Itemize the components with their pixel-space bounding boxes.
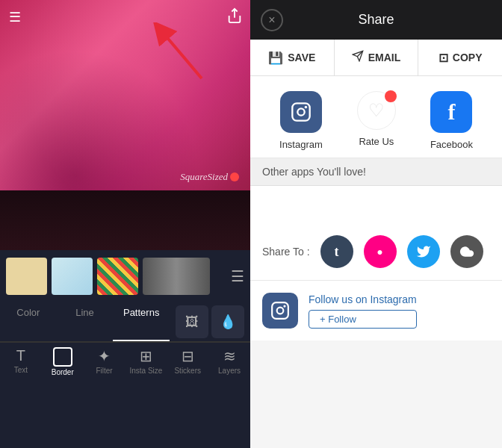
share-panel: × Share 💾 SAVE EMAIL ⊡ COPY xyxy=(250,0,502,448)
follow-button[interactable]: + Follow xyxy=(309,310,417,329)
nav-instasize-label: Insta Size xyxy=(129,367,162,375)
instagram-app[interactable]: Instagram xyxy=(279,91,323,150)
arrow-annotation xyxy=(153,22,220,90)
svg-point-7 xyxy=(305,106,308,109)
texture-cream[interactable] xyxy=(6,258,47,295)
left-panel: SquareSized ☰ xyxy=(0,0,250,448)
stickers-icon: ⊟ xyxy=(182,347,194,365)
save-icon: 💾 xyxy=(268,51,283,65)
rateus-label: Rate Us xyxy=(359,136,394,147)
share-top-button[interactable] xyxy=(226,7,243,28)
category-tabs: Color Line Patterns 🖼 💧 xyxy=(0,302,250,342)
watermark: SquareSized xyxy=(180,171,239,183)
nav-border[interactable]: Border xyxy=(42,347,84,376)
follow-text-block: Follow us on Instagram + Follow xyxy=(309,293,417,329)
watermark-badge xyxy=(230,172,239,181)
share-actions-row: 💾 SAVE EMAIL ⊡ COPY xyxy=(250,40,502,76)
nav-instasize[interactable]: ⊞ Insta Size xyxy=(125,347,167,376)
facebook-label: Facebook xyxy=(430,139,473,150)
text-icon: T xyxy=(16,347,25,364)
nav-border-label: Border xyxy=(52,368,74,376)
save-button[interactable]: 💾 SAVE xyxy=(250,40,335,75)
texture-menu-button[interactable]: ☰ xyxy=(231,267,244,285)
copy-icon: ⊡ xyxy=(439,51,448,65)
svg-rect-8 xyxy=(272,302,288,319)
close-button[interactable]: × xyxy=(261,9,283,31)
nav-layers-label: Layers xyxy=(218,367,241,375)
share-title: Share xyxy=(358,12,394,28)
spacer xyxy=(250,186,502,223)
editing-panel: ☰ Color Line Patterns 🖼 💧 T Text Border xyxy=(0,250,250,448)
share-to-row: Share To : t ● xyxy=(250,223,502,281)
texture-diagonal[interactable] xyxy=(97,258,138,295)
svg-rect-5 xyxy=(292,103,309,120)
layers-icon: ≋ xyxy=(223,347,236,365)
instagram-icon xyxy=(280,91,322,133)
tumblr-button[interactable]: t xyxy=(320,235,353,268)
share-apps-row: Instagram ♡ Rate Us f Facebook xyxy=(250,76,502,158)
nav-text-label: Text xyxy=(14,366,28,374)
rateus-app[interactable]: ♡ Rate Us xyxy=(357,91,396,150)
instasize-icon: ⊞ xyxy=(140,347,152,365)
border-icon xyxy=(53,347,72,367)
instagram-label: Instagram xyxy=(279,139,323,150)
facebook-app[interactable]: f Facebook xyxy=(430,91,473,150)
tab-patterns[interactable]: Patterns xyxy=(113,302,170,341)
cloud-button[interactable] xyxy=(450,235,483,268)
facebook-icon: f xyxy=(430,91,472,133)
follow-section: Follow us on Instagram + Follow xyxy=(250,281,502,340)
share-to-label: Share To : xyxy=(262,246,310,258)
filter-icon: ✦ xyxy=(98,347,111,365)
tab-color[interactable]: Color xyxy=(0,302,57,341)
email-icon xyxy=(352,50,364,65)
svg-point-6 xyxy=(297,108,304,115)
nav-filter[interactable]: ✦ Filter xyxy=(84,347,126,376)
copy-button[interactable]: ⊡ COPY xyxy=(418,40,502,75)
bottom-navigation: T Text Border ✦ Filter ⊞ Insta Size ⊟ St… xyxy=(0,342,250,381)
flickr-button[interactable]: ● xyxy=(364,235,397,268)
tab-line[interactable]: Line xyxy=(57,302,114,341)
nav-filter-label: Filter xyxy=(96,367,112,375)
follow-instagram-icon xyxy=(262,293,298,329)
nav-stickers-label: Stickers xyxy=(174,367,201,375)
nav-stickers[interactable]: ⊟ Stickers xyxy=(167,347,208,376)
share-header: × Share xyxy=(250,0,502,40)
water-icon-btn[interactable]: 💧 xyxy=(211,305,244,338)
red-dot-badge xyxy=(385,90,397,102)
svg-point-9 xyxy=(277,308,284,314)
follow-title: Follow us on Instagram xyxy=(309,293,417,305)
menu-button[interactable]: ☰ xyxy=(9,9,21,25)
email-button[interactable]: EMAIL xyxy=(335,40,419,75)
nav-layers[interactable]: ≋ Layers xyxy=(208,347,250,376)
other-apps-section: Other apps You'll love! xyxy=(250,158,502,186)
texture-lightblue[interactable] xyxy=(52,258,93,295)
table-surface xyxy=(0,190,250,250)
nav-text[interactable]: T Text xyxy=(0,347,42,376)
photo-canvas: SquareSized ☰ xyxy=(0,0,250,250)
textures-row: ☰ xyxy=(0,250,250,302)
svg-point-10 xyxy=(283,305,285,307)
svg-line-1 xyxy=(161,30,202,78)
gallery-icon-btn[interactable]: 🖼 xyxy=(176,305,208,338)
texture-graybar[interactable] xyxy=(143,258,210,295)
extra-icons: 🖼 💧 xyxy=(170,302,250,341)
twitter-button[interactable] xyxy=(407,235,440,268)
rateus-icon: ♡ xyxy=(357,91,396,130)
